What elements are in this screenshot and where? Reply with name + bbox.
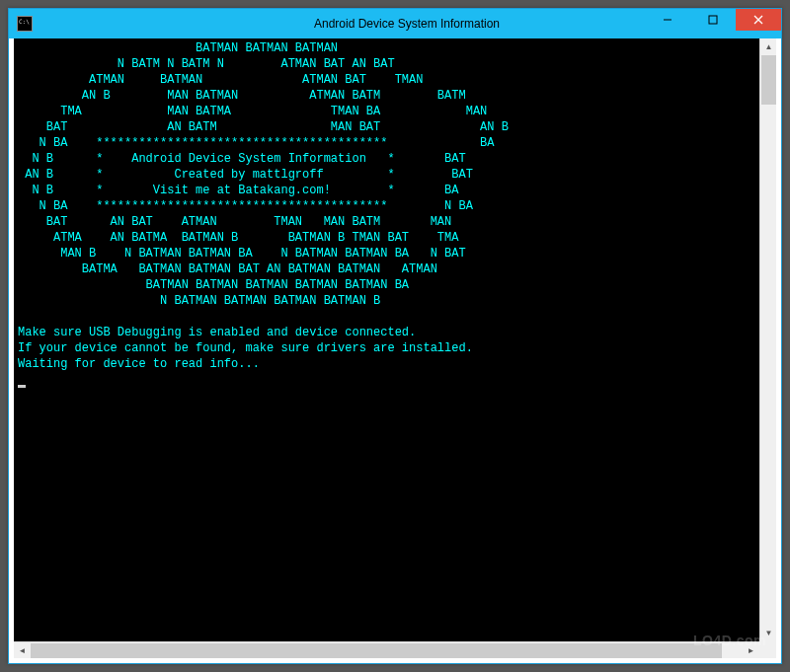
horizontal-scrollbar[interactable]: ◄ ► [14,641,759,658]
maximize-button[interactable] [690,9,736,31]
ascii-banner: BATMAN BATMAN BATMAN N BATM N BATM N ATM… [18,41,509,308]
scroll-up-button[interactable]: ▲ [760,38,776,55]
content-area: BATMAN BATMAN BATMAN N BATM N BATM N ATM… [14,38,776,658]
console-output[interactable]: BATMAN BATMAN BATMAN N BATM N BATM N ATM… [14,38,759,641]
minimize-icon [663,15,672,25]
window-controls [645,9,781,31]
minimize-button[interactable] [645,9,690,31]
application-window: Android Device System Information BATMAN… [8,8,782,664]
horizontal-scroll-thumb[interactable] [31,643,722,658]
titlebar[interactable]: Android Device System Information [9,9,781,38]
status-line-3: Waiting for device to read info... [18,357,260,371]
vertical-scroll-thumb[interactable] [761,55,776,105]
vertical-scrollbar[interactable]: ▲ ▼ [759,38,776,641]
close-icon [753,15,763,25]
maximize-icon [708,15,718,25]
status-line-2: If your device cannot be found, make sur… [18,341,473,355]
cmd-icon [17,16,33,32]
close-button[interactable] [736,9,781,31]
scroll-left-button[interactable]: ◄ [14,642,31,658]
svg-rect-1 [709,16,717,24]
status-line-1: Make sure USB Debugging is enabled and d… [18,326,416,339]
watermark: LO4D.com [693,633,766,648]
cursor [18,385,26,388]
